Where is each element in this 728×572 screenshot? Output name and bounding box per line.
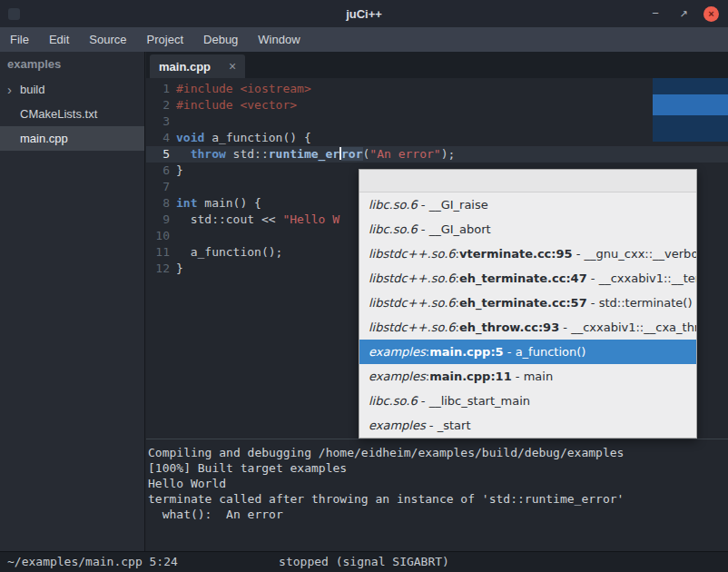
frame-function: __cxxabiv1::__cxa_thro: [571, 321, 696, 334]
menubar: FileEditSourceProjectDebugWindow: [0, 27, 728, 52]
code-line-5[interactable]: 5 throw std::runtime_error("An error");: [146, 146, 728, 163]
file-tree: examples ›buildCMakeLists.txtmain.cpp: [0, 52, 145, 551]
line-number: 5: [146, 146, 170, 163]
backtrace-list: libc.so.6 - __GI_raiselibc.so.6 - __GI_a…: [359, 192, 696, 438]
line-number: 10: [146, 228, 170, 244]
restore-icon[interactable]: ↗: [675, 5, 692, 22]
code-text: [170, 113, 176, 130]
backtrace-frame[interactable]: examples:main.cpp:11 - main: [359, 364, 696, 389]
frame-location: eh_terminate.cc:57: [459, 296, 587, 310]
code-text: [170, 228, 176, 244]
menu-edit[interactable]: Edit: [39, 27, 79, 52]
frame-module: libc.so.6: [369, 198, 418, 212]
frame-module: libstdc++.so.6: [369, 321, 456, 334]
backtrace-frame[interactable]: libc.so.6 - __GI_raise: [359, 192, 696, 217]
line-number: 6: [146, 163, 170, 179]
tree-item-build[interactable]: ›build: [0, 77, 144, 102]
frame-function: __GI_raise: [429, 198, 488, 212]
frame-module: libc.so.6: [369, 394, 418, 408]
terminal-line: Hello World: [148, 476, 728, 491]
code-text: }: [170, 163, 183, 179]
scroll-overview-highlight: [653, 94, 728, 115]
frame-function: __libc_start_main: [429, 394, 530, 408]
code-line-1[interactable]: 1#include <iostream>: [146, 81, 728, 97]
menu-window[interactable]: Window: [248, 27, 310, 52]
code-text: int main() {: [170, 195, 261, 212]
frame-module: libstdc++.so.6: [369, 271, 456, 285]
code-line-2[interactable]: 2#include <vector>: [146, 97, 728, 113]
backtrace-frame[interactable]: libstdc++.so.6:eh_terminate.cc:47 - __cx…: [359, 266, 696, 291]
line-number: 12: [146, 261, 170, 277]
app-icon: [8, 8, 20, 20]
menu-debug[interactable]: Debug: [193, 27, 248, 52]
tree-item-main-cpp[interactable]: main.cpp: [0, 126, 144, 151]
code-text: [170, 179, 176, 195]
tree-item-cmakelists-txt[interactable]: CMakeLists.txt: [0, 102, 144, 126]
terminal-line: [100%] Built target examples: [148, 460, 728, 476]
frame-function: _start: [438, 419, 471, 432]
backtrace-frame[interactable]: examples:main.cpp:5 - a_function(): [359, 340, 696, 364]
menu-file[interactable]: File: [0, 27, 39, 52]
code-text: std::cout << "Hello W: [170, 212, 339, 228]
line-number: 3: [146, 113, 170, 130]
backtrace-frame[interactable]: libstdc++.so.6:eh_terminate.cc:57 - std:…: [359, 291, 696, 315]
line-number: 8: [146, 195, 170, 212]
line-number: 4: [146, 130, 170, 146]
frame-module: libstdc++.so.6: [369, 296, 456, 310]
tree-item-label: main.cpp: [20, 126, 68, 151]
code-text: void a_function() {: [170, 130, 311, 146]
tree-item-label: build: [20, 77, 44, 102]
menu-source[interactable]: Source: [79, 27, 136, 52]
frame-module: libc.so.6: [369, 222, 418, 236]
frame-function: __GI_abort: [429, 222, 491, 236]
minimize-icon[interactable]: −: [647, 5, 664, 22]
window-title: juCi++: [0, 7, 728, 21]
menu-project[interactable]: Project: [137, 27, 193, 52]
code-text: }: [170, 261, 183, 277]
terminal-line: terminate called after throwing an insta…: [148, 491, 728, 507]
code-text: #include <iostream>: [170, 81, 311, 97]
frame-function: std::terminate(): [599, 296, 693, 310]
frame-location: eh_throw.cc:93: [459, 321, 559, 334]
terminal-line: Compiling and debugging /home/eidheim/ex…: [148, 445, 728, 460]
frame-function: __gnu_cxx::__verbos: [585, 247, 696, 261]
expander-icon[interactable]: ›: [7, 77, 20, 102]
tab-close-icon[interactable]: ×: [229, 59, 236, 74]
frame-function: a_function(): [516, 345, 586, 359]
frame-location: vterminate.cc:95: [459, 247, 573, 261]
frame-function: main: [524, 370, 553, 383]
code-line-4[interactable]: 4void a_function() {: [146, 130, 728, 146]
backtrace-frame[interactable]: libc.so.6 - __libc_start_main: [359, 389, 696, 413]
status-debug-state: stopped (signal SIGABRT): [0, 552, 728, 572]
frame-function: __cxxabiv1::__term: [599, 271, 696, 285]
close-icon[interactable]: ×: [703, 6, 719, 22]
backtrace-frame[interactable]: libstdc++.so.6:vterminate.cc:95 - __gnu_…: [359, 242, 696, 266]
frame-module: examples: [369, 419, 426, 432]
project-name: examples: [0, 52, 144, 77]
line-number: 2: [146, 97, 170, 113]
backtrace-frame[interactable]: libstdc++.so.6:eh_throw.cc:93 - __cxxabi…: [359, 315, 696, 340]
frame-module: examples: [369, 345, 426, 359]
tab-label: main.cpp: [159, 60, 211, 74]
file-tree-items: ›buildCMakeLists.txtmain.cpp: [0, 77, 144, 151]
backtrace-frame[interactable]: examples - _start: [359, 413, 696, 438]
code-text: a_function();: [170, 244, 282, 261]
frame-location: main.cpp:11: [429, 370, 512, 383]
scroll-overview[interactable]: [653, 78, 728, 142]
terminal-line: what(): An error: [148, 507, 728, 522]
backtrace-popup: libc.so.6 - __GI_raiselibc.so.6 - __GI_a…: [359, 169, 697, 439]
tab-main-cpp[interactable]: main.cpp×: [150, 54, 245, 78]
frame-module: examples: [369, 370, 426, 383]
code-text: #include <vector>: [170, 97, 297, 113]
terminal-output: Compiling and debugging /home/eidheim/ex…: [146, 439, 728, 551]
statusbar: ~/examples/main.cpp 5:24 stopped (signal…: [0, 551, 728, 572]
frame-location: eh_terminate.cc:47: [459, 271, 587, 285]
frame-module: libstdc++.so.6: [369, 247, 456, 261]
line-number: 7: [146, 179, 170, 195]
code-line-3[interactable]: 3: [146, 113, 728, 130]
popup-filter-entry[interactable]: [359, 170, 696, 192]
code-text: throw std::runtime_error("An error");: [170, 146, 455, 163]
tree-item-label: CMakeLists.txt: [20, 102, 97, 126]
line-number: 1: [146, 81, 170, 97]
backtrace-frame[interactable]: libc.so.6 - __GI_abort: [359, 217, 696, 242]
